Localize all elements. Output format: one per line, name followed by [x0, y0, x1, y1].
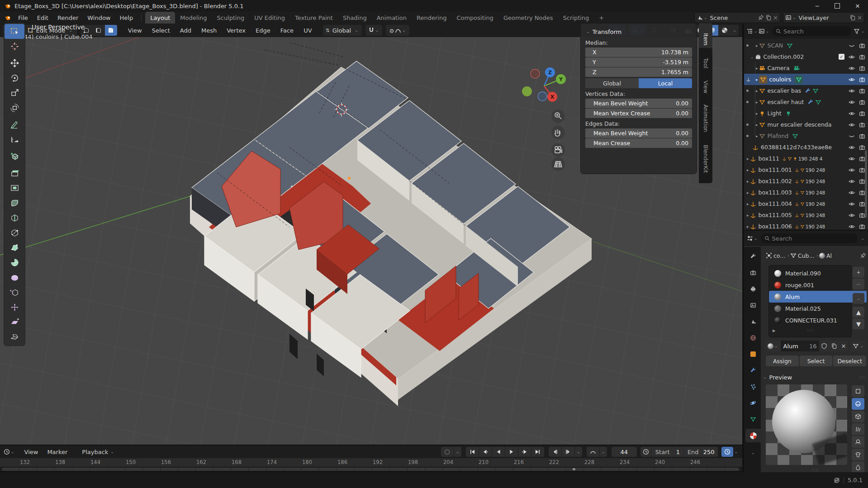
viewlayer-selector[interactable]: ⌄ViewLayer ✕	[783, 12, 864, 23]
face-select-icon[interactable]	[105, 25, 117, 36]
play-button[interactable]	[505, 447, 518, 457]
hide-icon[interactable]	[849, 54, 855, 60]
outliner-row-light[interactable]: ▸ Light	[744, 108, 868, 119]
slot-move-up-button[interactable]: ▲	[853, 307, 864, 317]
workspace-tab-rendering[interactable]: Rendering	[412, 12, 451, 24]
shading-rendered-icon[interactable]	[718, 25, 730, 36]
properties-search-input[interactable]: Search	[761, 233, 858, 243]
outliner-row-plafond[interactable]: ▸ Plafond	[744, 130, 868, 142]
close-button[interactable]: ✕	[847, 0, 868, 12]
workspace-tab-uv-editing[interactable]: UV Editing	[249, 12, 290, 24]
tab-world[interactable]	[745, 331, 761, 345]
timeline-menu-marker[interactable]: Marker	[43, 447, 72, 457]
outliner-row-box111-005[interactable]: ▸ box111.005 190 248	[744, 209, 868, 221]
menu-uv[interactable]: UV	[299, 25, 316, 36]
render-visibility-icon[interactable]	[859, 212, 865, 218]
tool-edge-slide[interactable]	[5, 285, 24, 300]
pin-id-icon[interactable]	[860, 252, 866, 259]
tool-knife[interactable]	[5, 225, 24, 240]
render-visibility-icon[interactable]	[859, 110, 865, 117]
render-visibility-icon[interactable]	[859, 65, 865, 71]
prev-keyframe-button[interactable]	[479, 447, 492, 457]
pin-icon[interactable]	[758, 14, 764, 21]
browse-material-button[interactable]: ⌄	[766, 341, 781, 351]
outliner-row-box111-001[interactable]: ▸ box111.001 190 248	[744, 164, 868, 175]
workspace-tab-shading[interactable]: Shading	[338, 12, 372, 24]
sync-dropdown-icon[interactable]: ⌄	[734, 450, 738, 454]
render-visibility-icon[interactable]	[859, 43, 865, 49]
tool-move[interactable]	[5, 56, 24, 71]
edge-select-icon[interactable]	[93, 25, 105, 36]
tool-add-cube[interactable]	[5, 149, 24, 164]
tab-tool[interactable]	[745, 250, 761, 263]
hide-icon[interactable]	[849, 88, 855, 94]
list-expand-icon[interactable]: ▸	[773, 327, 776, 334]
tab-modifiers[interactable]	[745, 364, 761, 377]
menu-edge[interactable]: Edge	[251, 25, 275, 36]
render-visibility-icon[interactable]	[859, 54, 865, 60]
workspace-tab-geometry-nodes[interactable]: Geometry Nodes	[498, 12, 558, 24]
preview-flat-button[interactable]	[852, 385, 864, 397]
tab-object[interactable]	[745, 347, 761, 361]
tab-object-data[interactable]	[745, 412, 761, 426]
outliner-row-mur-escalier[interactable]: ▸ mur escalier descenda	[744, 119, 868, 130]
tool-annotate[interactable]	[5, 117, 24, 132]
outliner-row-collection[interactable]: ⌄ Collection.002 ✓	[744, 51, 868, 62]
outliner-search-input[interactable]: Search	[772, 26, 851, 36]
tool-select-box[interactable]	[5, 24, 24, 39]
remove-viewlayer-icon[interactable]: ✕	[857, 14, 862, 21]
breadcrumb-material[interactable]: Al	[826, 252, 832, 259]
link-mode-button[interactable]: ⌄	[851, 341, 866, 351]
outliner-row-camera[interactable]: ▸ Camera	[744, 62, 868, 74]
render-visibility-icon[interactable]	[859, 156, 865, 162]
tool-inset-faces[interactable]	[5, 180, 24, 195]
tool-cursor-3d[interactable]	[5, 39, 24, 54]
editor-type-properties-icon[interactable]: ⌄	[747, 235, 759, 242]
hide-icon[interactable]	[849, 156, 855, 162]
properties-options-icon[interactable]: ⌄	[861, 236, 864, 241]
auto-key-button[interactable]	[441, 447, 454, 457]
render-visibility-icon[interactable]	[859, 99, 865, 105]
collection-checkbox[interactable]: ✓	[839, 54, 844, 60]
tool-rip-region[interactable]	[5, 330, 24, 345]
fake-user-shield-icon[interactable]	[819, 341, 829, 351]
slot-connecteur-031[interactable]: CONNECTEUR.031	[769, 314, 867, 326]
breadcrumb-scene[interactable]: co...	[773, 252, 785, 259]
menu-file[interactable]: File	[14, 12, 33, 24]
scene-breadcrumb-icon[interactable]	[766, 252, 772, 259]
outliner-row-box111[interactable]: ▸ box111 190 248 4	[744, 153, 868, 164]
maximize-button[interactable]	[827, 0, 847, 12]
median-y-field[interactable]: Y-3.519 m	[585, 57, 692, 67]
mean-bevel-weight-field[interactable]: Mean Bevel Weight0.00	[585, 99, 692, 108]
add-workspace-button[interactable]: +	[594, 12, 609, 24]
sync-mode-button[interactable]	[721, 447, 733, 457]
current-frame-field[interactable]: 44	[612, 447, 637, 457]
blender-menu-icon[interactable]	[5, 14, 11, 21]
menu-help[interactable]: Help	[115, 12, 138, 24]
slot-move-down-button[interactable]: ▼	[853, 318, 864, 329]
timeline-scrollbar[interactable]	[0, 467, 742, 471]
slot-rouge-001[interactable]: rouge.001	[769, 279, 867, 291]
outliner-display-mode-icon[interactable]: ⌄	[759, 28, 770, 34]
hide-icon[interactable]	[849, 144, 855, 151]
tab-strip-more-icon[interactable]: ⌄	[745, 446, 761, 460]
new-scene-icon[interactable]	[765, 14, 772, 21]
add-slot-button[interactable]: ＋	[853, 267, 864, 278]
workspace-tab-scripting[interactable]: Scripting	[558, 12, 594, 24]
tab-view-layer[interactable]	[745, 298, 761, 312]
outliner-row-escalier-bas[interactable]: ▸ escalier bas	[744, 85, 868, 96]
preview-hair-button[interactable]	[852, 423, 864, 435]
mean-crease-field[interactable]: Mean Crease0.00	[585, 138, 692, 148]
slot-specials-button[interactable]: ⌄	[853, 293, 864, 304]
outliner-row-couloirs[interactable]: ▸ couloirs	[744, 74, 868, 85]
proportional-editing-button[interactable]: ⌄	[386, 25, 409, 36]
step-dropdown[interactable]: ⌄	[575, 447, 582, 457]
render-visibility-icon[interactable]	[859, 178, 865, 185]
hide-icon[interactable]	[849, 190, 855, 196]
play-reverse-button[interactable]	[492, 447, 505, 457]
tool-smooth[interactable]	[5, 270, 24, 285]
minimize-button[interactable]: −	[807, 0, 827, 12]
editor-type-timeline-icon[interactable]: ⌄	[4, 449, 15, 455]
deselect-button[interactable]: Deselect	[833, 355, 866, 366]
menu-mesh[interactable]: Mesh	[197, 25, 221, 36]
